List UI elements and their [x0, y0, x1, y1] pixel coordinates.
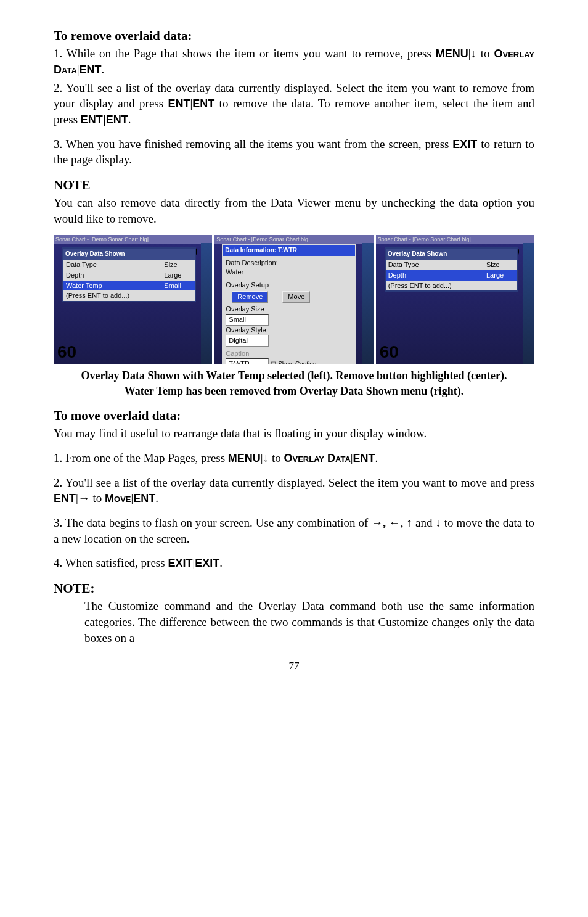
figure-caption: Overlay Data Shown with Water Temp selec…: [66, 368, 522, 398]
panel-sidebar: [201, 243, 212, 364]
caption-input[interactable]: T:WTR: [226, 358, 269, 365]
cell: [486, 281, 515, 290]
list-header: Data TypeSize: [63, 260, 195, 270]
move-step2: 2. You'll see a list of the overlay data…: [54, 475, 534, 506]
overlay-list-title: Overlay Data Shown: [63, 249, 195, 260]
data-description-label: Data Description:: [226, 258, 352, 268]
overlay-list-body: Data TypeSize DepthLarge Water TempSmall…: [63, 260, 195, 301]
txt: .: [375, 451, 378, 464]
txt: 1. While on the Page that shows the item…: [54, 47, 436, 60]
move-heading: To move overlaid data:: [54, 407, 534, 424]
col-datatype: Data Type: [388, 260, 486, 269]
ent-key: ENT: [353, 452, 375, 464]
remove-step2: 2. You'll see a list of the overlay data…: [54, 80, 534, 128]
cell: Large: [486, 271, 515, 280]
col-size: Size: [164, 260, 192, 269]
txt: 3. The data begins to flash on your scre…: [54, 516, 383, 529]
cell: Small: [164, 281, 192, 290]
ent-key: ENT: [168, 97, 190, 110]
cell: Depth: [388, 271, 486, 280]
ent-key: ENT: [81, 113, 103, 126]
menu-key: MENU: [228, 452, 261, 464]
txt: .: [219, 556, 223, 569]
overlay-size-label: Overlay Size: [226, 305, 352, 314]
ent-key: ENT: [80, 64, 102, 76]
figure-center-panel: Sonar Chart - [Demo Sonar Chart.blg] Dat…: [214, 235, 373, 364]
depth-readout: 60: [380, 340, 399, 364]
dialog-title: Data Information: T:WTR: [223, 245, 354, 256]
menu-key: MENU: [436, 47, 468, 60]
list-header: Data TypeSize: [386, 260, 517, 270]
button-row: Remove Move: [232, 291, 352, 303]
panel-sidebar: [523, 243, 534, 364]
ent-key: ENT: [192, 97, 214, 110]
cell: [164, 291, 192, 300]
note-body: You can also remove data directly from t…: [54, 195, 534, 226]
note2-body: The Customize command and the Overlay Da…: [84, 598, 534, 646]
list-row-selected[interactable]: DepthLarge: [386, 270, 517, 281]
move-intro: You may find it useful to rearrange data…: [54, 426, 534, 442]
overlay-style-label: Overlay Style: [226, 326, 352, 335]
txt: .: [128, 113, 131, 126]
list-row-add[interactable]: (Press ENT to add...): [63, 290, 195, 301]
exit-key: EXIT: [168, 557, 192, 569]
figure-left-panel: Sonar Chart - [Demo Sonar Chart.blg] 0 O…: [54, 235, 212, 364]
txt: |↓ to: [468, 47, 494, 60]
overlay-list-window: Overlay Data Shown Data TypeSize DepthLa…: [385, 247, 518, 292]
ent-key: ENT: [106, 113, 128, 126]
overlay-setup-label: Overlay Setup: [226, 281, 352, 290]
overlay-list-title: Overlay Data Shown: [386, 249, 517, 260]
note2-heading: NOTE:: [54, 580, 534, 597]
panel-titlebar: Sonar Chart - [Demo Sonar Chart.blg]: [54, 235, 212, 244]
move-label: Move: [105, 492, 131, 504]
figure-right-panel: Sonar Chart - [Demo Sonar Chart.blg] 0 O…: [376, 235, 534, 364]
overlay-list-body: Data TypeSize DepthLarge (Press ENT to a…: [386, 260, 517, 291]
overlay-list-window: Overlay Data Shown Data TypeSize DepthLa…: [62, 247, 196, 302]
list-row-add[interactable]: (Press ENT to add...): [386, 281, 517, 291]
data-info-dialog: Data Information: T:WTR Data Description…: [222, 244, 356, 364]
page-number: 77: [54, 659, 534, 673]
overlay-data-label: Overlay Data: [284, 452, 350, 464]
cell: Depth: [66, 271, 164, 280]
cell: Water Temp: [66, 281, 164, 290]
dialog-body: Data Description: Water Overlay Setup Re…: [223, 256, 354, 365]
caption-label: Caption: [226, 349, 352, 358]
overlay-style-select[interactable]: Digital: [226, 335, 269, 347]
remove-heading: To remove overlaid data:: [54, 27, 534, 44]
col-datatype: Data Type: [66, 260, 164, 269]
show-caption-label: Show Caption: [278, 361, 316, 365]
overlay-size-select[interactable]: Small: [226, 314, 269, 326]
txt: |↓ to: [261, 451, 284, 464]
txt: 4. When satisfied, press: [54, 556, 168, 569]
cell: (Press ENT to add...): [388, 281, 486, 290]
panel-sidebar: [362, 243, 374, 364]
txt: |→ to: [76, 491, 105, 504]
list-row[interactable]: DepthLarge: [63, 270, 195, 281]
ent-key: ENT: [133, 492, 155, 504]
note-heading: NOTE: [54, 176, 534, 194]
remove-step1: 1. While on the Page that shows the item…: [54, 46, 534, 77]
exit-key: EXIT: [195, 557, 219, 569]
panel-titlebar: Sonar Chart - [Demo Sonar Chart.blg]: [376, 235, 534, 244]
show-caption-checkbox[interactable]: ☐ Show Caption: [271, 361, 316, 365]
figure-row: Sonar Chart - [Demo Sonar Chart.blg] 0 O…: [54, 235, 534, 364]
move-button[interactable]: Move: [282, 291, 310, 303]
panel-titlebar: Sonar Chart - [Demo Sonar Chart.blg]: [214, 235, 373, 244]
txt: .: [155, 491, 158, 504]
cell: (Press ENT to add...): [66, 291, 164, 300]
data-description-value: Water: [226, 268, 352, 277]
move-step4: 4. When satisfied, press EXIT|EXIT.: [54, 555, 534, 571]
move-step3: 3. The data begins to flash on your scre…: [54, 515, 534, 546]
txt: 2. You'll see a list of the overlay data…: [54, 476, 534, 489]
col-size: Size: [486, 260, 515, 269]
list-row-selected[interactable]: Water TempSmall: [63, 281, 195, 291]
move-step1: 1. From one of the Map Pages, press MENU…: [54, 450, 534, 466]
exit-key: EXIT: [452, 138, 477, 150]
cell: Large: [164, 271, 192, 280]
depth-readout: 60: [57, 340, 76, 364]
remove-step3: 3. When you have finished removing all t…: [54, 136, 534, 168]
txt: 1. From one of the Map Pages, press: [54, 451, 228, 464]
txt: 3. When you have finished removing all t…: [54, 138, 452, 150]
remove-button[interactable]: Remove: [232, 291, 268, 303]
ent-key: ENT: [54, 492, 76, 504]
